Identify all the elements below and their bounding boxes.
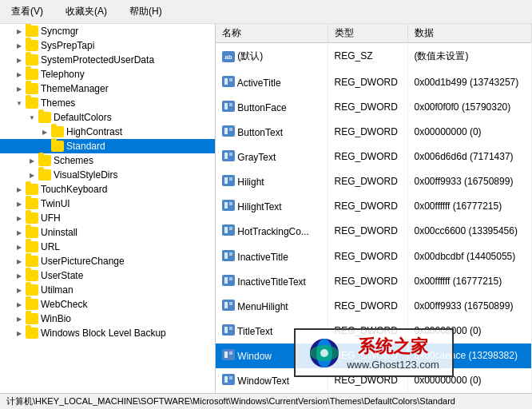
svg-rect-14: [229, 177, 232, 181]
tree-arrow-icon[interactable]: [13, 284, 26, 296]
registry-data-cell: 0x00ffffff (16777215): [407, 268, 532, 293]
tree-arrow-icon[interactable]: [13, 298, 26, 311]
tree-item-standard[interactable]: Standard: [0, 139, 215, 153]
tree-arrow-icon[interactable]: [13, 82, 26, 95]
registry-name-cell: MenuHilight: [216, 293, 328, 318]
tree-item-uninstall[interactable]: Uninstall: [0, 225, 215, 240]
tree-arrow-icon[interactable]: [13, 327, 26, 340]
registry-column-header[interactable]: 类型: [328, 24, 407, 43]
registry-row[interactable]: GrayTextREG_DWORD0x006d6d6d (7171437): [216, 144, 532, 169]
tree-item-userstate[interactable]: UserState: [0, 268, 215, 283]
tree-arrow-icon[interactable]: [13, 39, 26, 52]
registry-data-cell: 0x00cc6600 (13395456): [407, 219, 532, 244]
tree-item-windowsblockbackup[interactable]: Windows Block Level Backup: [0, 326, 215, 340]
reg-dword-icon: [222, 374, 235, 385]
tree-item-utilman[interactable]: Utilman: [0, 283, 215, 297]
registry-row[interactable]: TitleTextREG_DWORD0x00000000 (0): [216, 318, 532, 343]
tree-item-label: WinBio: [41, 313, 71, 324]
folder-icon: [26, 69, 38, 80]
tree-arrow-icon[interactable]: [13, 269, 26, 282]
tree-arrow-icon[interactable]: [38, 125, 51, 138]
help-menu[interactable]: 帮助(H): [125, 3, 167, 20]
folder-icon: [26, 26, 38, 37]
folder-icon: [26, 212, 38, 224]
tree-arrow-icon[interactable]: [26, 169, 38, 181]
tree-item-defaultcolors[interactable]: DefaultColors: [0, 110, 215, 125]
registry-type-cell: REG_DWORD: [328, 219, 407, 244]
tree-item-userpicturechange[interactable]: UserPictureChange: [0, 254, 215, 268]
tree-item-ufh[interactable]: UFH: [0, 211, 215, 225]
tree-item-label: URL: [41, 241, 60, 252]
registry-data-cell: 0x00ffffff (16777215): [407, 194, 532, 219]
registry-name-text: Hilight: [235, 177, 264, 188]
tree-arrow-icon[interactable]: [13, 54, 26, 66]
registry-row[interactable]: HotTrackingCo...REG_DWORD0x00cc6600 (133…: [216, 219, 532, 244]
tree-arrow-icon[interactable]: [13, 25, 26, 38]
registry-name-cell: InactiveTitleText: [216, 268, 328, 293]
registry-row[interactable]: InactiveTitleTextREG_DWORD0x00ffffff (16…: [216, 268, 532, 293]
tree-arrow-icon[interactable]: [13, 212, 26, 224]
view-menu[interactable]: 查看(V): [6, 3, 48, 20]
svg-rect-22: [224, 252, 228, 259]
folder-icon: [26, 227, 38, 238]
svg-rect-13: [224, 177, 228, 184]
registry-row[interactable]: InactiveTitleREG_DWORD0x00dbcdbf (144050…: [216, 244, 532, 268]
registry-column-header[interactable]: 数据: [407, 24, 532, 43]
tree-arrow-icon[interactable]: [13, 183, 26, 196]
registry-row[interactable]: ButtonFaceREG_DWORD0x00f0f0f0 (15790320): [216, 94, 532, 119]
tree-item-syspreptapi[interactable]: SysPrepTapi: [0, 38, 215, 53]
tree-item-touchkeyboard[interactable]: TouchKeyboard: [0, 182, 215, 197]
tree-arrow-icon[interactable]: [13, 97, 26, 109]
registry-row[interactable]: ActiveTitleREG_DWORD0x00d1b499 (13743257…: [216, 69, 532, 94]
folder-icon: [51, 141, 64, 152]
tree-arrow-icon[interactable]: [13, 255, 26, 268]
registry-name-text: ButtonFace: [235, 102, 287, 113]
tree-item-schemes[interactable]: Schemes: [0, 153, 215, 168]
svg-rect-38: [229, 376, 232, 379]
tree-item-winbio[interactable]: WinBio: [0, 312, 215, 326]
registry-row[interactable]: MenuHilightREG_DWORD0x00ff9933 (16750899…: [216, 293, 532, 318]
tree-item-label: ThemeManager: [41, 83, 109, 94]
svg-rect-8: [229, 128, 232, 131]
registry-row[interactable]: ab (默认)REG_SZ(数值未设置): [216, 43, 532, 69]
tree-item-highcontrast[interactable]: HighContrast: [0, 125, 215, 139]
tree-arrow-icon[interactable]: [38, 140, 51, 153]
registry-row[interactable]: HilightTextREG_DWORD0x00ffffff (16777215…: [216, 194, 532, 219]
tree-arrow-icon[interactable]: [26, 154, 38, 167]
reg-dword-icon: [222, 200, 235, 211]
tree-item-systemprotecteduserdata[interactable]: SystemProtectedUserData: [0, 53, 215, 67]
registry-row[interactable]: WindowTextREG_DWORD0x00000000 (0): [216, 368, 532, 393]
tree-arrow-icon[interactable]: [13, 197, 26, 210]
tree-item-themes[interactable]: Themes: [0, 96, 215, 110]
svg-rect-34: [224, 351, 228, 358]
tree-item-visualstyledirs[interactable]: VisualStyleDirs: [0, 168, 215, 182]
registry-name-text: HilightText: [235, 201, 282, 212]
tree-item-webcheck[interactable]: WebCheck: [0, 297, 215, 312]
registry-data-cell: (数值未设置): [407, 43, 532, 69]
reg-dword-icon: [222, 300, 235, 311]
registry-column-header[interactable]: 名称: [216, 24, 328, 43]
tree-item-thememanager[interactable]: ThemeManager: [0, 81, 215, 96]
tree-item-url[interactable]: URL: [0, 240, 215, 254]
folder-icon: [26, 299, 38, 310]
registry-type-cell: REG_DWORD: [328, 368, 407, 393]
registry-row[interactable]: WindowREG_DWORD0x00caeace (13298382): [216, 343, 532, 368]
tree-arrow-icon[interactable]: [26, 111, 38, 124]
tree-arrow-icon[interactable]: [13, 226, 26, 239]
tree-arrow-icon[interactable]: [13, 68, 26, 81]
favorites-menu[interactable]: 收藏夹(A): [61, 3, 112, 20]
registry-row[interactable]: ButtonTextREG_DWORD0x00000000 (0): [216, 119, 532, 144]
tree-item-twinui[interactable]: TwinUI: [0, 197, 215, 211]
tree-arrow-icon[interactable]: [13, 312, 26, 325]
svg-rect-1: [224, 78, 228, 85]
svg-rect-20: [229, 227, 232, 230]
registry-panel: 名称类型数据 ab (默认)REG_SZ(数值未设置) ActiveTitleR…: [216, 24, 532, 393]
registry-row[interactable]: HilightREG_DWORD0x00ff9933 (16750899): [216, 169, 532, 194]
tree-item-syncmgr[interactable]: Syncmgr: [0, 24, 215, 38]
tree-arrow-icon[interactable]: [13, 240, 26, 253]
registry-name-cell: InactiveTitle: [216, 244, 328, 268]
registry-data-cell: 0x006d6d6d (7171437): [407, 144, 532, 169]
tree-item-label: UFH: [41, 212, 61, 224]
tree-item-telephony[interactable]: Telephony: [0, 67, 215, 81]
registry-type-cell: REG_DWORD: [328, 268, 407, 293]
